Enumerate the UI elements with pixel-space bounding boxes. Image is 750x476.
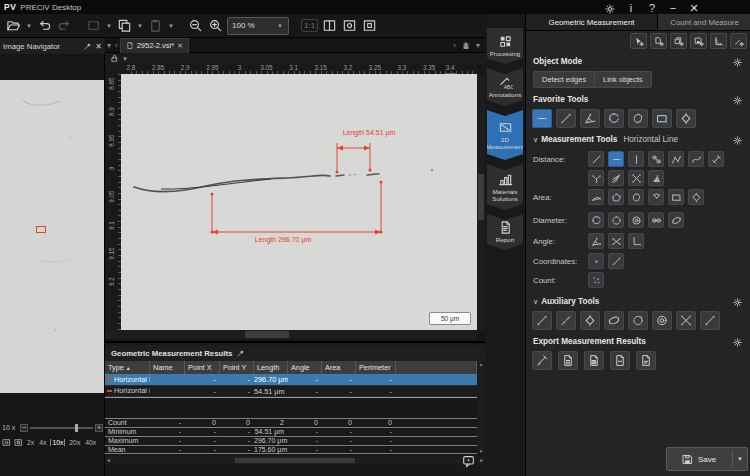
link-objects-button[interactable]: Link objects: [594, 71, 652, 88]
view-options-chevron-icon[interactable]: ▾: [474, 41, 482, 50]
rotated-rect-tool-icon[interactable]: [676, 109, 696, 128]
paste-button[interactable]: [147, 17, 164, 34]
column-area[interactable]: Area: [322, 361, 356, 374]
column-type[interactable]: Type ▲: [105, 361, 150, 374]
select-tool-button[interactable]: [85, 17, 102, 34]
circle-3pt-tool-icon[interactable]: [604, 109, 624, 128]
magnification-40x[interactable]: 40x: [84, 439, 97, 446]
pan-hand-icon[interactable]: [461, 40, 471, 50]
redo-button[interactable]: [56, 17, 73, 34]
angle-tool-icon[interactable]: [580, 109, 600, 128]
overview-button[interactable]: [361, 17, 378, 34]
measure-options-tool-icon[interactable]: [730, 33, 747, 49]
parallel-lines-tool-icon[interactable]: [648, 151, 664, 167]
concentric-tool-icon[interactable]: [628, 212, 644, 228]
magnification-20x[interactable]: 20x: [68, 439, 81, 446]
image-document-tab[interactable]: 2952-2.vsi* ✕: [120, 38, 189, 53]
count-dots-tool-icon[interactable]: [588, 272, 604, 288]
vertical-line-tool-icon[interactable]: [628, 151, 644, 167]
result-row[interactable]: Horizontal Line--54.51 μm---: [105, 386, 477, 398]
file-doc-tool-icon[interactable]: [610, 351, 630, 370]
zoom-minus-button[interactable]: −: [20, 424, 28, 432]
zoom-in-button[interactable]: [207, 17, 224, 34]
fan-lines-tool-icon[interactable]: [608, 170, 624, 186]
object-delete-tool-icon[interactable]: [650, 33, 667, 49]
activity-processing[interactable]: Processing: [487, 28, 523, 64]
column-point-x[interactable]: Point X: [185, 361, 220, 374]
angle-tool-icon[interactable]: [588, 233, 604, 249]
column-angle[interactable]: Angle: [288, 361, 322, 374]
dashed-circle-tool-icon[interactable]: [628, 311, 648, 330]
file-txt-tool-icon[interactable]: [636, 351, 656, 370]
magnification-2x[interactable]: 2x: [26, 439, 35, 446]
rotated-rect-tool-icon[interactable]: [580, 311, 600, 330]
settings-gear-icon[interactable]: [604, 3, 616, 15]
paste-chevron-icon[interactable]: ▾: [167, 22, 175, 30]
activity-report[interactable]: Report: [487, 214, 523, 250]
notification-icon[interactable]: [461, 454, 476, 468]
line-tool-icon[interactable]: [556, 109, 576, 128]
rotated-rect-tool-icon[interactable]: [688, 189, 704, 205]
angle-4pt-tool-icon[interactable]: [608, 233, 624, 249]
select-chevron-icon[interactable]: ▾: [105, 22, 113, 30]
object-mode-gear-icon[interactable]: [732, 57, 743, 68]
result-row[interactable]: Horizontal Line--296.70 μm---: [105, 374, 477, 386]
export-gear-icon[interactable]: [732, 337, 743, 348]
pin-icon[interactable]: [83, 42, 92, 51]
results-horizontal-scrollbar[interactable]: ◂▸: [105, 456, 485, 464]
undo-button[interactable]: [36, 17, 53, 34]
measurement-label-296[interactable]: Length 296.70 μm: [233, 236, 333, 243]
ruler-corner-tool-icon[interactable]: [710, 33, 727, 49]
actual-size-button[interactable]: 1:1: [301, 19, 318, 32]
collapse-chevron-icon[interactable]: ∨: [533, 136, 538, 143]
closed-spline-tool-icon[interactable]: [628, 109, 648, 128]
specimen-image[interactable]: Length 54.51 μm Length 296.70 μm 50 μm: [121, 74, 477, 330]
zoom-slider-handle[interactable]: [75, 424, 78, 432]
curve-tool-icon[interactable]: [688, 151, 704, 167]
concentric-tool-icon[interactable]: [652, 311, 672, 330]
magnification-10x[interactable]: 10x: [50, 439, 65, 446]
tab-scroll-left-icon[interactable]: ▾: [105, 41, 113, 50]
navigator-close-icon[interactable]: ✕: [95, 42, 102, 51]
file-csv-tool-icon[interactable]: [558, 351, 578, 370]
horizontal-line-tool-icon[interactable]: [608, 151, 624, 167]
activity-annotations[interactable]: ABC Annotations: [487, 68, 523, 106]
tab-close-icon[interactable]: ✕: [177, 42, 183, 50]
horizontal-scrollbar[interactable]: [105, 330, 477, 339]
stylus-tool-icon[interactable]: [532, 351, 552, 370]
zoom-plus-button[interactable]: +: [95, 424, 103, 432]
polygon-tool-icon[interactable]: [608, 189, 624, 205]
auxiliary-tools-gear-icon[interactable]: [732, 297, 743, 308]
open-file-button[interactable]: [5, 17, 22, 34]
file-xls-tool-icon[interactable]: [584, 351, 604, 370]
tab-count-and-measure[interactable]: Count and Measure: [658, 14, 750, 31]
line-tool-icon[interactable]: [608, 253, 624, 269]
overview-mode-icon[interactable]: [2, 438, 11, 447]
fit-to-window-button[interactable]: [321, 17, 338, 34]
lock-chevron-icon[interactable]: ▾: [121, 55, 129, 63]
line-tool-icon[interactable]: [700, 311, 720, 330]
open-file-chevron-icon[interactable]: ▾: [25, 22, 33, 30]
object-copy-tool-icon[interactable]: [670, 33, 687, 49]
navigator-viewport-rect[interactable]: [36, 226, 46, 233]
column-name[interactable]: Name: [150, 361, 185, 374]
circle-tool-icon[interactable]: [608, 212, 624, 228]
three-point-tool-icon[interactable]: [588, 170, 604, 186]
column-length[interactable]: Length: [254, 361, 288, 374]
line-tool-icon[interactable]: [588, 151, 604, 167]
tab-geometric-measurement[interactable]: Geometric Measurement: [526, 14, 658, 31]
magnification-4x[interactable]: 4x: [38, 439, 47, 446]
ellipse-tool-icon[interactable]: [604, 311, 624, 330]
copy-chevron-icon[interactable]: ▾: [136, 22, 144, 30]
polyline-tool-icon[interactable]: [668, 151, 684, 167]
ellipse-tool-icon[interactable]: [668, 212, 684, 228]
ref-line-tool-icon[interactable]: [556, 311, 576, 330]
circle-3pt-tool-icon[interactable]: [588, 212, 604, 228]
line-tool-icon[interactable]: [532, 311, 552, 330]
save-dropdown-chevron-icon[interactable]: ▾: [733, 455, 747, 463]
tab-next-icon[interactable]: ›: [451, 41, 458, 50]
cross-lines-tool-icon[interactable]: [676, 311, 696, 330]
object-select-tool-icon[interactable]: [630, 33, 647, 49]
column-point-y[interactable]: Point Y: [220, 361, 254, 374]
zoom-out-button[interactable]: [187, 17, 204, 34]
